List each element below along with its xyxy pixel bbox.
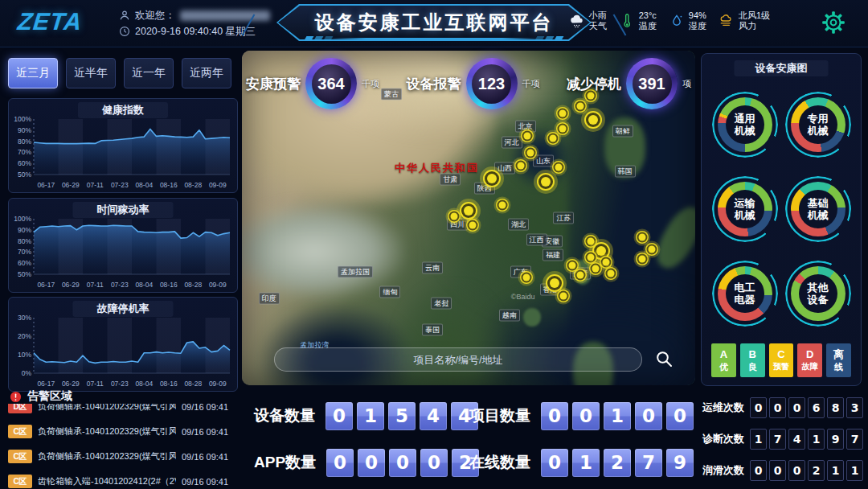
gauge-label: 基础机械 [799, 190, 837, 228]
project-marker-21[interactable] [560, 292, 567, 299]
digit-cell: 0 [635, 402, 662, 430]
project-marker-2[interactable] [549, 135, 556, 142]
svg-text:06-17: 06-17 [37, 380, 55, 388]
chart-panel-failure-downtime: 故障停机率 0%10%20%30%06-1706-2907-1107-2308-… [8, 297, 238, 392]
counters: 运维次数 000683 诊断次数 174197 润滑次数 000211 [702, 397, 863, 489]
alert-text: 负荷侧轴承-10401202329(煤气引风机电... [38, 425, 176, 438]
project-marker-10[interactable] [450, 212, 457, 220]
legend-cell-3: D故障 [797, 343, 822, 377]
alert-icon [10, 391, 22, 403]
stat-project-count: 项目数量 00100 [469, 402, 698, 430]
kpi-unit: 千项 [522, 78, 540, 90]
gauge-label: 电工电器 [726, 274, 764, 313]
project-marker-29[interactable] [522, 273, 530, 281]
legend-cell-1: B良 [740, 343, 765, 377]
gauge-label: 专用机械 [799, 105, 837, 144]
chart-panel-health-index: 健康指数 50%60%70%80%90%100%06-1706-2907-110… [8, 98, 238, 193]
search-input[interactable] [274, 347, 642, 372]
counter-diagnosis: 诊断次数 174197 [702, 429, 863, 450]
project-marker-6[interactable] [517, 162, 524, 170]
svg-text:70%: 70% [18, 148, 31, 156]
kpi-unit: 千项 [362, 78, 379, 90]
project-marker-1[interactable] [559, 125, 566, 133]
project-marker-7[interactable] [541, 177, 551, 187]
project-marker-14[interactable] [596, 246, 606, 256]
project-marker-23[interactable] [639, 233, 646, 240]
project-marker-0[interactable] [588, 115, 598, 125]
project-marker-13[interactable] [587, 237, 594, 244]
stat-label: 设备数量 [254, 405, 315, 426]
svg-text:90%: 90% [18, 126, 31, 134]
alert-section-header: 告警区域 [10, 389, 72, 404]
time-filter-0[interactable]: 近三月 [8, 58, 58, 88]
legend-cell-4: 离线 [826, 343, 851, 377]
project-marker-25[interactable] [639, 255, 646, 262]
weather-text: 小雨天气 [589, 10, 607, 31]
thermometer-icon [619, 13, 635, 29]
digit-cell: 1 [357, 402, 384, 430]
chart-panel-time-utilization: 时间稼动率 50%60%70%80%90%100%06-1706-2907-11… [8, 198, 238, 293]
map-label-province: 甘肃 [440, 174, 461, 186]
welcome-label: 欢迎您： [135, 9, 175, 23]
svg-text:06-29: 06-29 [62, 380, 80, 388]
svg-text:30%: 30% [18, 314, 31, 322]
svg-text:50%: 50% [18, 171, 31, 179]
kpi-label: 减少停机 [567, 75, 621, 93]
gear-icon[interactable] [821, 10, 845, 35]
project-marker-18[interactable] [607, 269, 614, 277]
project-marker-20[interactable] [550, 278, 559, 288]
alert-time: 09/16 09:41 [182, 477, 228, 487]
project-marker-12[interactable] [498, 202, 506, 209]
zone-badge: C区 [8, 450, 32, 463]
digit-cell: 0 [788, 460, 805, 481]
weather-text: 23°c温度 [639, 10, 657, 31]
map-label-province: 泰国 [422, 324, 443, 336]
digit-cell: 1 [846, 460, 863, 481]
digit-cell: 1 [827, 460, 844, 481]
map-label-watermark: ©Baidu [509, 293, 538, 301]
project-marker-11[interactable] [469, 222, 477, 229]
time-filter-1[interactable]: 近半年 [66, 58, 116, 88]
project-marker-8[interactable] [487, 174, 497, 183]
alert-list[interactable]: D区 负荷侧轴承-10401202329(煤气引风机电... 09/16 09:… [8, 404, 238, 489]
kpi-value: 391 [633, 64, 672, 104]
map-label-province: 江西 [526, 234, 547, 246]
weather-item: 小雨天气 [569, 10, 607, 31]
project-marker-16[interactable] [603, 258, 610, 265]
search-icon[interactable] [654, 349, 674, 368]
kpi-ring-row: 安康预警 364 千项 设备报警 123 千项 减少停机 391 项 [246, 58, 691, 109]
stat-app-count: APP数量 00002 [254, 449, 469, 477]
digit-cell: 0 [541, 402, 568, 430]
alert-row-3[interactable]: C区 齿轮箱输入端-10401202412(2#（2V）... 09/16 09… [8, 469, 238, 489]
alert-row-1[interactable]: C区 负荷侧轴承-10401202329(煤气引风机电... 09/16 09:… [8, 419, 238, 444]
alert-row-2[interactable]: C区 负荷侧轴承-10401202329(煤气引风机电... 09/16 09:… [8, 444, 238, 469]
time-filter-3[interactable]: 近两年 [182, 58, 231, 88]
project-marker-17[interactable] [592, 265, 600, 272]
project-marker-9[interactable] [464, 206, 473, 216]
gauge-label: 运输机械 [726, 190, 764, 228]
map-label-province: 老挝 [431, 298, 452, 310]
project-marker-4[interactable] [526, 150, 534, 157]
map-label-province: 云南 [422, 262, 443, 274]
project-marker-24[interactable] [649, 245, 656, 253]
time-filter-2[interactable]: 近一年 [124, 58, 174, 88]
dashboard: ZETA 欢迎您： 2020-9-16 09:40:40 星期三 设备安康工业互… [0, 0, 868, 489]
project-marker-15[interactable] [588, 253, 595, 261]
project-marker-22[interactable] [568, 261, 575, 269]
digit-cell: 1 [808, 429, 825, 450]
kpi-ring: 364 [305, 58, 357, 109]
kpi-label: 安康预警 [246, 75, 301, 93]
project-marker-3[interactable] [523, 132, 530, 139]
alert-row-0[interactable]: D区 负荷侧轴承-10401202329(煤气引风机电... 09/16 09:… [8, 404, 238, 419]
project-marker-28[interactable] [559, 109, 566, 117]
failure-downtime-chart: 0%10%20%30%06-1706-2907-1107-2308-0408-1… [12, 314, 234, 388]
stat-label: 在线数量 [469, 452, 530, 473]
svg-text:08-16: 08-16 [160, 281, 178, 289]
health-legend: A优B良C预警D故障离线 [711, 343, 851, 377]
gauge-3: 基础机械 [785, 176, 851, 242]
project-marker-5[interactable] [555, 164, 562, 171]
svg-text:100%: 100% [14, 116, 31, 123]
svg-text:08-28: 08-28 [184, 181, 202, 189]
project-marker-19[interactable] [576, 271, 583, 278]
gauge-2: 运输机械 [712, 176, 778, 242]
